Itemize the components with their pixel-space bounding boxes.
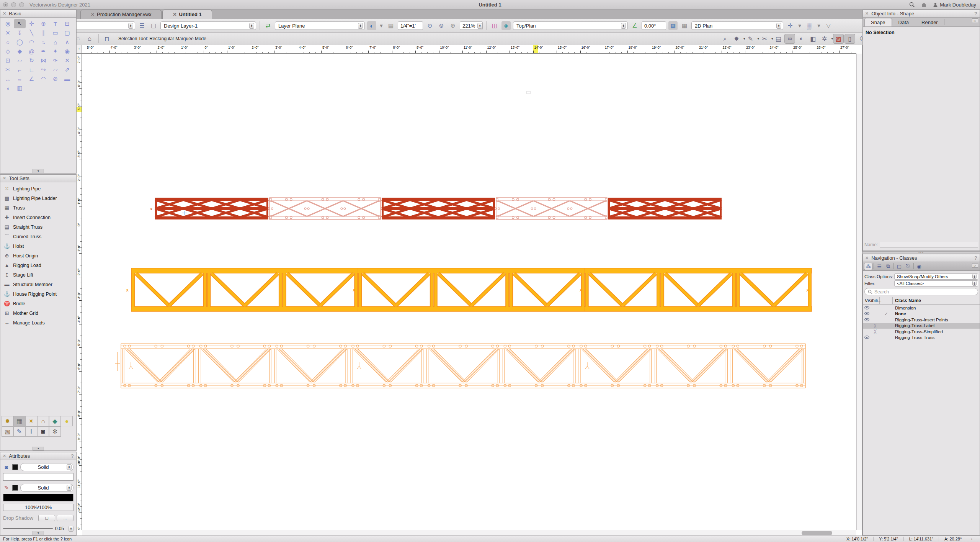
toolset-rigging-icon[interactable]: ▦	[13, 416, 25, 426]
blank-column-header[interactable]	[880, 297, 893, 304]
filter-dropdown[interactable]: <All Classes> ▲▼	[894, 280, 978, 287]
circle-tool[interactable]: ○	[2, 38, 14, 47]
chamfer-tool[interactable]: ∟	[26, 65, 38, 74]
show-page-boundary-icon[interactable]: ▯	[844, 34, 855, 44]
protractor-tool[interactable]: ◖	[2, 84, 14, 93]
nav-sheet-layers-icon[interactable]: ⧉	[884, 263, 892, 270]
siri-icon[interactable]	[921, 2, 927, 8]
black-background-icon[interactable]: ◐	[796, 34, 807, 44]
globe-caret-icon[interactable]: ▾	[379, 21, 384, 30]
eraser-tool[interactable]: ▱	[49, 65, 61, 74]
fillet-tool[interactable]: ⌐	[14, 65, 26, 74]
cross-tool[interactable]: ✕	[61, 56, 73, 65]
object-info-titlebar[interactable]: ✕ Object Info - Shape ?	[863, 10, 980, 18]
basic-palette-titlebar[interactable]: ✕ Basic	[0, 10, 76, 18]
render-diamond-icon[interactable]: ◈	[501, 21, 511, 30]
truss-amber-ladder[interactable]: xxxx	[126, 268, 812, 311]
class-name-column-header[interactable]: Class Name	[893, 298, 921, 303]
close-icon[interactable]: ✕	[3, 11, 6, 16]
constrained-dimension-tool[interactable]: ↔	[2, 74, 14, 84]
stake-object-tool[interactable]: ▥	[14, 84, 26, 93]
nav-viewports-icon[interactable]: ▢	[895, 263, 903, 270]
flyover-tool[interactable]: ◎	[2, 19, 14, 28]
toolset-visualization-icon[interactable]: ●	[61, 416, 73, 426]
nav-classes-icon[interactable]: ⁂	[864, 263, 872, 270]
double-line-tool[interactable]: ∥	[38, 28, 49, 38]
active-class-check-icon[interactable]: ✓	[880, 311, 893, 316]
tool-manage-loads[interactable]: ↔Manage Loads	[1, 318, 75, 327]
cut-3d-section-icon[interactable]: ✂	[759, 34, 770, 44]
pen-color-swatch[interactable]	[12, 485, 18, 491]
tool-straight-truss[interactable]: ▤Straight Truss	[1, 222, 75, 232]
offset-tool[interactable]: ✑	[49, 56, 61, 65]
select-by-attributes-icon[interactable]: ⊓	[101, 34, 112, 44]
toolset-3d-modeling-icon[interactable]: ◆	[49, 416, 61, 426]
tab-close-icon[interactable]: ✕	[91, 12, 95, 17]
toolset-lighting-icon[interactable]: ✹	[2, 416, 13, 426]
tool-hoist[interactable]: ⚓Hoist	[1, 241, 75, 251]
projection-dropdown[interactable]: 2D Plan ▲▼	[691, 21, 783, 30]
class-table-header[interactable]: Visibili... Class Name	[863, 297, 980, 305]
layer-scale-icon[interactable]: ▤	[386, 21, 395, 30]
tool-sets-titlebar[interactable]: ✕ Tool Sets	[0, 175, 76, 182]
viewbar-more-chevron-icon[interactable]: ▽	[824, 21, 833, 30]
spiral-tool[interactable]: @	[26, 47, 38, 56]
tool-structural-member[interactable]: ▬Structural Member	[1, 280, 75, 289]
resize-tool[interactable]: ⊡	[2, 56, 14, 65]
invisible-cross-icon[interactable]: ╳	[871, 329, 880, 334]
nav-design-layers-icon[interactable]: ☰	[875, 263, 884, 270]
tool-sets-collapse[interactable]: ▼	[33, 447, 44, 450]
basic-palette-collapse[interactable]: ▼	[33, 169, 44, 173]
visibility-eye-icon[interactable]	[863, 306, 871, 310]
class-row[interactable]: Dimension	[863, 305, 980, 311]
guides-icon[interactable]: ▤	[773, 34, 784, 44]
document-settings-icon[interactable]: ✸	[731, 34, 742, 44]
pan-tool[interactable]: ✛	[26, 19, 38, 28]
rotate-tool[interactable]: ↻	[26, 56, 38, 65]
rounded-rectangle-tool[interactable]: ▢	[61, 28, 73, 38]
truss-red-plated[interactable]: x	[150, 198, 722, 219]
toolset-detailing-icon[interactable]: I	[25, 426, 37, 437]
magic-wand-tool[interactable]: ✦	[49, 47, 61, 56]
nav-references-icon[interactable]: ◉	[915, 263, 923, 270]
document-tab[interactable]: ✕Production Manager.vwx	[80, 10, 162, 19]
class-search-field[interactable]: Search	[864, 288, 978, 295]
close-window-button[interactable]	[3, 2, 8, 7]
object-info-expander[interactable]: ▷	[972, 18, 978, 23]
angular-dimension-tool[interactable]: ∠	[26, 74, 38, 84]
tool-rigging-load[interactable]: ▲Rigging Load	[1, 260, 75, 270]
active-layer-dropdown[interactable]: Design Layer-1 ▲▼	[160, 21, 256, 30]
fill-style-dropdown[interactable]: Solid ▲▼	[20, 463, 74, 471]
move-by-points-tool[interactable]: ⇗	[61, 65, 73, 74]
tool-stage-lift[interactable]: ↥Stage Lift	[1, 270, 75, 280]
color-palette-icon[interactable]: ▒	[805, 21, 814, 30]
radial-dimension-tool[interactable]: ⊘	[49, 74, 61, 84]
regular-polygon-tool[interactable]: ◆	[14, 47, 26, 56]
panel-splitter[interactable]: •••	[862, 251, 980, 254]
select-similar-tool[interactable]: ◉	[61, 47, 73, 56]
drawing-canvas[interactable]: xxxxx	[77, 45, 862, 535]
oval-tool[interactable]: ◯	[14, 38, 26, 47]
help-icon[interactable]: ?	[71, 453, 74, 459]
toolset-building-shell-icon[interactable]: ⌂	[37, 416, 49, 426]
zoom-window-button[interactable]	[19, 2, 24, 7]
vertical-scrollbar[interactable]	[856, 54, 862, 530]
rotation-angle-icon[interactable]: ∠	[630, 21, 639, 30]
help-icon[interactable]: ?	[974, 255, 977, 261]
grid-snap-icon[interactable]: ▦	[680, 21, 689, 30]
close-icon[interactable]: ✕	[3, 176, 6, 181]
tool-mother-grid[interactable]: ⊞Mother Grid	[1, 308, 75, 318]
navigation-titlebar[interactable]: ✕ Navigation - Classes ?	[863, 254, 980, 262]
auto-join-walls-icon[interactable]: ∞	[784, 34, 795, 44]
attributes-titlebar[interactable]: ✕ Attributes ?	[0, 452, 76, 460]
polyline-tool[interactable]: ∧	[61, 38, 73, 47]
document-tab[interactable]: ✕Untitled 1	[162, 10, 212, 19]
tool-lighting-pipe[interactable]: ⁙Lighting Pipe	[1, 184, 75, 193]
minimize-window-button[interactable]	[11, 2, 16, 7]
drawing-canvas-area[interactable]: ↕ 5'-0"4'-0"3'-0"2'-0"1'-0"0"1'-0"2'-0"3…	[77, 45, 862, 535]
visibility-eye-icon[interactable]	[863, 311, 871, 316]
tab-close-icon[interactable]: ✕	[173, 12, 176, 17]
globe-options-icon[interactable]: ◐	[367, 21, 376, 30]
object-name-field[interactable]	[880, 242, 978, 248]
fit-to-objects-icon[interactable]: ⊙	[425, 21, 434, 30]
